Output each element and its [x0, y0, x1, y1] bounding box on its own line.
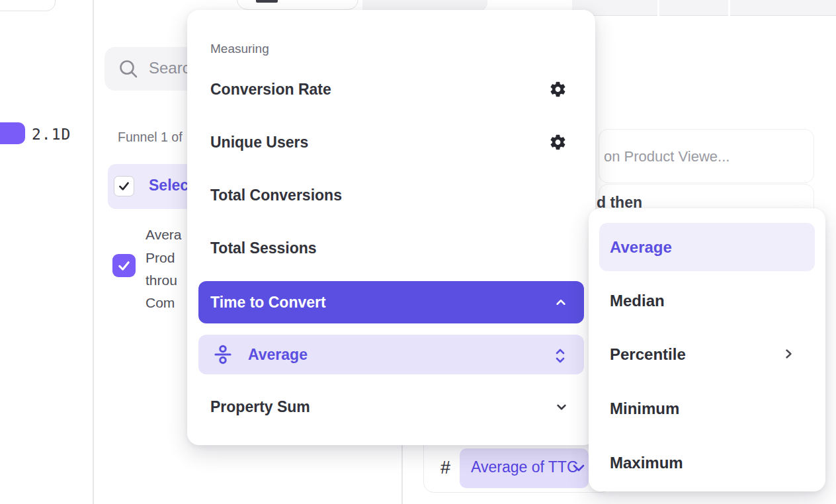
menu-item-unique-users[interactable]: Unique Users [187, 122, 595, 162]
event-card-label: on Product Viewe... [604, 148, 730, 165]
menu-item-total-sessions[interactable]: Total Sessions [187, 228, 595, 268]
chevron-right-icon [780, 346, 798, 363]
header-divider [657, 0, 659, 16]
checkmark-icon [116, 258, 132, 273]
left-pane-divider [93, 0, 94, 504]
gear-icon[interactable] [549, 134, 567, 151]
agg-item-median[interactable]: Median [589, 280, 825, 321]
menu-item-label: Conversion Rate [210, 81, 331, 99]
agg-item-percentile[interactable]: Percentile [589, 334, 825, 375]
gear-icon[interactable] [549, 81, 567, 99]
menu-item-property-sum[interactable]: Property Sum [187, 387, 595, 427]
top-center-card-fragment [237, 0, 358, 10]
duration-chip-label: 2.1D [32, 126, 71, 143]
menu-item-total-conversions[interactable]: Total Conversions [187, 175, 595, 215]
menu-subitem-average[interactable]: Average [198, 335, 584, 374]
menu-item-label: Unique Users [210, 134, 308, 151]
step-description-line: Avera [146, 227, 181, 243]
chevron-up-icon [552, 294, 569, 311]
app-screen: 2.1D Search Funnel 1 of Select Avera Pro… [0, 0, 836, 504]
search-icon [118, 59, 140, 80]
agg-item-label: Median [610, 292, 665, 310]
header-divider [728, 0, 730, 16]
agg-item-label: Average [610, 238, 672, 257]
top-dark-bar-fragment [256, 0, 278, 3]
agg-item-label: Maximum [610, 454, 683, 472]
agg-item-label: Minimum [610, 399, 679, 418]
average-icon [212, 343, 234, 366]
step-checkbox[interactable] [112, 254, 136, 277]
select-all-checkbox[interactable] [114, 176, 134, 196]
aggregation-menu: Average Median Percentile Minimum Maximu… [589, 208, 825, 491]
step-description-line: Prod [146, 250, 175, 266]
menu-item-label: Total Conversions [210, 187, 342, 204]
agg-item-label: Percentile [610, 345, 686, 364]
chevron-down-icon [553, 398, 570, 415]
average-of-ttc-label: Average of TTC [471, 458, 578, 476]
top-left-card-fragment [0, 0, 56, 11]
menu-subitem-label: Average [248, 346, 308, 364]
duration-chip[interactable] [0, 122, 25, 144]
agg-item-average[interactable]: Average [599, 223, 815, 271]
measuring-menu: Measuring Conversion Rate Unique Users T… [187, 10, 595, 445]
menu-item-label: Total Sessions [210, 239, 317, 257]
checkmark-icon [117, 179, 131, 193]
step-description-line: Com [146, 295, 175, 311]
menu-item-label: Property Sum [210, 398, 310, 416]
top-right-header-fragment [572, 0, 836, 16]
agg-item-maximum[interactable]: Maximum [589, 442, 825, 483]
menu-item-label: Time to Convert [210, 294, 326, 312]
number-type-symbol: # [440, 458, 450, 478]
menu-item-time-to-convert[interactable]: Time to Convert [198, 281, 584, 323]
funnel-label: Funnel 1 of [118, 130, 183, 145]
chevron-up-down-icon [552, 346, 569, 363]
agg-item-minimum[interactable]: Minimum [589, 388, 825, 429]
measuring-menu-header: Measuring [210, 42, 269, 56]
menu-item-conversion-rate[interactable]: Conversion Rate [187, 69, 595, 109]
step-description-line: throu [146, 273, 177, 288]
